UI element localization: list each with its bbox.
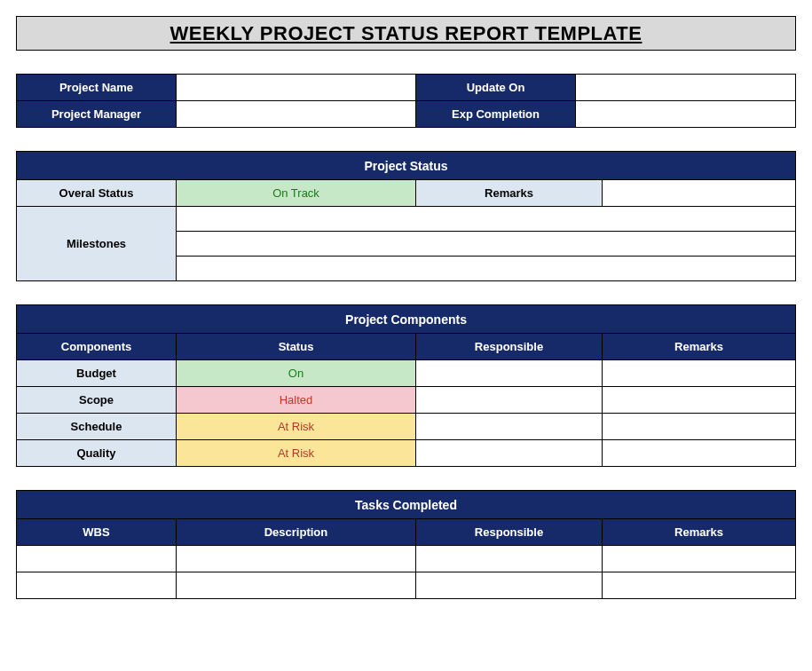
project-name-value[interactable] [177,75,416,101]
remarks-value[interactable] [603,180,796,207]
col-wbs: WBS [17,519,177,546]
col-status: Status [177,334,416,360]
col-components: Components [17,334,177,360]
milestone-3[interactable] [177,257,796,281]
col-responsible: Responsible [416,334,603,360]
component-responsible[interactable] [416,414,603,440]
component-status[interactable]: On [177,360,416,387]
component-status[interactable]: At Risk [177,414,416,440]
component-name: Scope [17,387,177,414]
component-name: Schedule [17,414,177,440]
project-status-header: Project Status [17,152,796,180]
update-on-label: Update On [416,75,576,101]
tasks-completed-table: Tasks Completed WBS Description Responsi… [16,490,796,599]
component-remarks[interactable] [603,440,796,467]
component-responsible[interactable] [416,360,603,387]
col-remarks: Remarks [603,334,796,360]
exp-completion-label: Exp Completion [416,101,576,128]
title-table: WEEKLY PROJECT STATUS REPORT TEMPLATE [16,16,796,51]
col-responsible: Responsible [416,519,603,546]
component-responsible[interactable] [416,387,603,414]
col-description: Description [177,519,416,546]
task-responsible[interactable] [416,546,603,572]
page-title: WEEKLY PROJECT STATUS REPORT TEMPLATE [17,17,796,51]
project-components-table: Project Components Components Status Res… [16,304,796,467]
tasks-completed-header: Tasks Completed [17,491,796,519]
overall-status-label: Overal Status [17,180,177,207]
exp-completion-value[interactable] [576,101,796,128]
component-responsible[interactable] [416,440,603,467]
component-remarks[interactable] [603,360,796,387]
component-status[interactable]: At Risk [177,440,416,467]
project-info-table: Project Name Update On Project Manager E… [16,74,796,128]
update-on-value[interactable] [576,75,796,101]
component-name: Quality [17,440,177,467]
component-remarks[interactable] [603,414,796,440]
remarks-label: Remarks [416,180,603,207]
task-wbs[interactable] [17,572,177,599]
component-status[interactable]: Halted [177,387,416,414]
task-description[interactable] [177,546,416,572]
milestones-label: Milestones [17,207,177,281]
overall-status-value[interactable]: On Track [177,180,416,207]
component-name: Budget [17,360,177,387]
project-components-header: Project Components [17,305,796,334]
col-remarks: Remarks [603,519,796,546]
project-name-label: Project Name [17,75,177,101]
task-wbs[interactable] [17,546,177,572]
task-remarks[interactable] [603,572,796,599]
milestone-1[interactable] [177,207,796,232]
project-manager-value[interactable] [177,101,416,128]
task-description[interactable] [177,572,416,599]
component-remarks[interactable] [603,387,796,414]
task-responsible[interactable] [416,572,603,599]
project-manager-label: Project Manager [17,101,177,128]
milestone-2[interactable] [177,232,796,257]
task-remarks[interactable] [603,546,796,572]
project-status-table: Project Status Overal Status On Track Re… [16,151,796,281]
